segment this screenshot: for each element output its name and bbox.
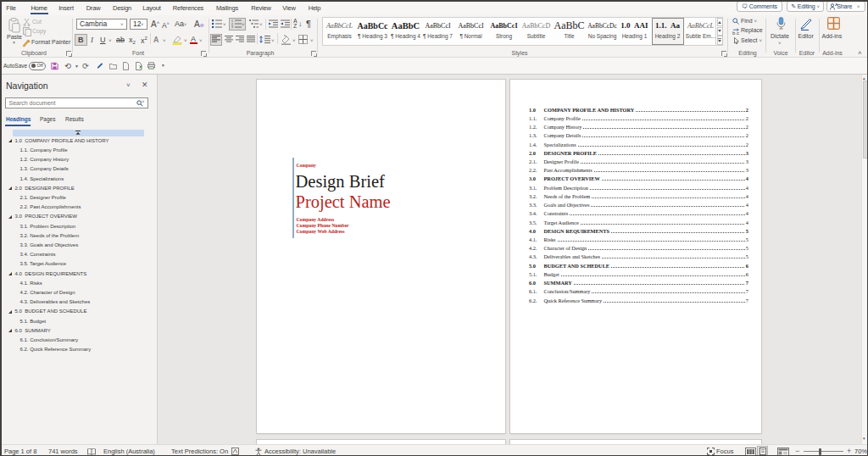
svg-text:c: c (737, 31, 739, 35)
svg-text:b: b (732, 31, 736, 35)
svg-text:3: 3 (231, 25, 233, 28)
